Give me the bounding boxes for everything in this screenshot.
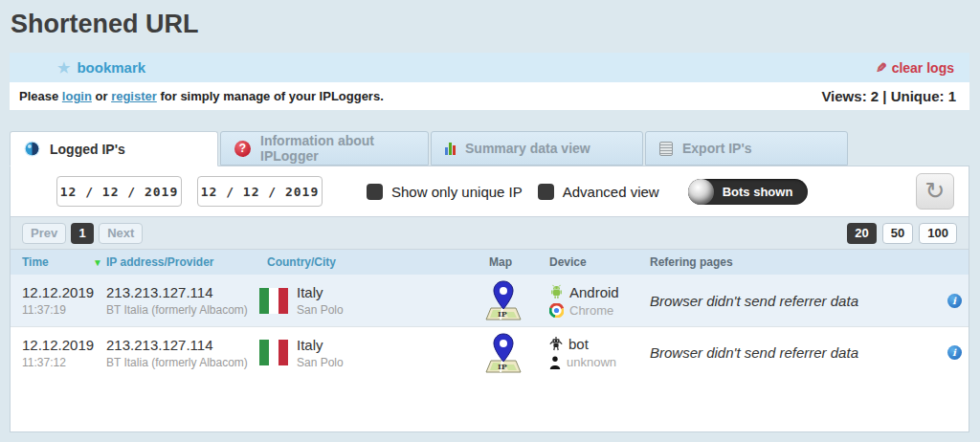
column-header-device: Device <box>538 255 638 269</box>
column-header-country: Country/City <box>257 255 478 269</box>
city: San Polo <box>297 303 344 317</box>
provider: BT Italia (formerly Albacom) <box>106 303 257 317</box>
login-link[interactable]: login <box>62 89 92 103</box>
device-name: Android <box>569 284 619 300</box>
page: Shortened URL ★ bookmark ✎ clear logs Pl… <box>0 0 980 432</box>
current-page-button[interactable]: 1 <box>71 223 94 244</box>
page-title: Shortened URL <box>10 0 969 53</box>
column-header-time[interactable]: Time ▼ <box>11 255 106 269</box>
per-page-group: 20 50 100 <box>847 223 957 244</box>
svg-text:IP: IP <box>498 309 507 319</box>
help-icon: ? <box>234 141 251 157</box>
device-name: bot <box>568 336 589 352</box>
tab-label: Export IP's <box>682 141 752 156</box>
tab-bar: Logged IP's ? Information about IPLogger… <box>10 131 969 166</box>
column-header-ip: IP address/Provider <box>106 255 257 269</box>
time-cell: 12.12.2019 11:37:19 <box>11 284 106 317</box>
country-cell: Italy San Polo <box>257 284 478 317</box>
logged-ips-panel: Show only unique IP Advanced view Bots s… <box>10 166 969 432</box>
log-date: 12.12.2019 <box>22 284 106 300</box>
browser-name: unknown <box>567 355 616 369</box>
table-row: 12.12.2019 11:37:19 213.213.127.114 BT I… <box>11 275 969 326</box>
ip-address: 213.213.127.114 <box>106 284 257 300</box>
pencil-icon: ✎ <box>876 60 887 76</box>
bar-chart-icon <box>445 143 456 155</box>
tab-summary[interactable]: Summary data view <box>431 131 643 166</box>
clear-logs-link[interactable]: ✎ clear logs <box>876 60 954 76</box>
info-cell: i <box>940 345 969 360</box>
show-unique-checkbox[interactable] <box>367 184 383 200</box>
date-from-input[interactable] <box>56 176 182 207</box>
ip-cell: 213.213.127.114 BT Italia (formerly Alba… <box>106 337 257 369</box>
table-row: 12.12.2019 11:37:12 213.213.127.114 BT I… <box>11 326 969 378</box>
bots-shown-toggle[interactable]: Bots shown <box>688 179 809 205</box>
map-pin-icon[interactable]: IP <box>485 280 522 320</box>
provider: BT Italia (formerly Albacom) <box>106 356 257 369</box>
export-document-icon <box>659 142 673 156</box>
time-header-label: Time <box>22 255 49 269</box>
chrome-icon <box>549 303 564 318</box>
column-header-referring: Refering pages <box>638 255 940 269</box>
ip-address: 213.213.127.114 <box>106 337 257 353</box>
bookmark-link[interactable]: ★ bookmark <box>57 59 145 77</box>
log-time: 11:37:12 <box>22 356 106 369</box>
clear-logs-label: clear logs <box>892 60 954 76</box>
device-cell: Android Chrome <box>538 284 638 318</box>
map-cell: IP <box>478 333 538 373</box>
toggle-knob-icon <box>688 179 714 205</box>
tab-logged-ips[interactable]: Logged IP's <box>10 131 218 166</box>
filter-row: Show only unique IP Advanced view Bots s… <box>11 166 969 216</box>
notice-or: or <box>96 89 108 103</box>
country: Italy <box>297 337 344 353</box>
android-icon <box>549 284 564 299</box>
referrer-cell: Browser didn't send referrer data <box>638 293 940 309</box>
country: Italy <box>297 284 344 300</box>
map-pin-icon[interactable]: IP <box>485 333 522 373</box>
log-time: 11:37:19 <box>22 303 106 317</box>
bot-icon <box>549 337 563 351</box>
notice-text: Please login or register for simply mana… <box>19 89 384 103</box>
register-link[interactable]: register <box>111 89 157 103</box>
column-header-map: Map <box>478 255 538 269</box>
country-cell: Italy San Polo <box>257 337 478 369</box>
log-date: 12.12.2019 <box>22 337 106 353</box>
sort-desc-icon: ▼ <box>93 257 102 268</box>
tab-export[interactable]: Export IP's <box>645 131 848 166</box>
per-page-50-button[interactable]: 50 <box>882 223 913 244</box>
ip-cell: 213.213.127.114 BT Italia (formerly Alba… <box>106 284 257 317</box>
tab-information[interactable]: ? Information about IPLogger <box>220 131 429 166</box>
device-cell: bot unknown <box>538 336 638 369</box>
info-icon[interactable]: i <box>947 294 962 308</box>
refresh-button[interactable]: ↻ <box>916 173 954 210</box>
italy-flag-icon <box>259 340 288 365</box>
refresh-icon: ↻ <box>925 177 946 205</box>
referrer-cell: Browser didn't send referrer data <box>638 344 940 361</box>
svg-text:IP: IP <box>498 362 507 371</box>
italy-flag-icon <box>259 288 288 314</box>
map-cell: IP <box>478 280 538 320</box>
table-header: Time ▼ IP address/Provider Country/City … <box>11 250 969 275</box>
pagination-bar: Prev 1 Next 20 50 100 <box>11 216 969 250</box>
bookmark-star-icon: ★ <box>57 59 70 77</box>
per-page-20-button[interactable]: 20 <box>847 223 876 244</box>
logged-ips-icon <box>24 141 40 157</box>
advanced-view-checkbox[interactable] <box>538 184 554 200</box>
notice-suffix: for simply manage of your IPLoggers. <box>160 89 383 103</box>
actions-bar: ★ bookmark ✎ clear logs <box>10 53 969 82</box>
next-button[interactable]: Next <box>99 223 143 244</box>
bots-toggle-label: Bots shown <box>723 185 793 199</box>
advanced-view-label: Advanced view <box>563 184 659 200</box>
browser-name: Chrome <box>569 303 613 318</box>
info-icon[interactable]: i <box>947 345 962 360</box>
show-unique-label: Show only unique IP <box>391 184 523 200</box>
per-page-100-button[interactable]: 100 <box>919 223 957 244</box>
tab-label: Summary data view <box>465 141 590 156</box>
date-to-input[interactable] <box>197 176 323 207</box>
views-stats: Views: 2 | Unique: 1 <box>821 88 956 104</box>
time-cell: 12.12.2019 11:37:12 <box>11 337 106 369</box>
unknown-person-icon <box>549 356 561 369</box>
info-cell: i <box>940 294 969 308</box>
prev-button[interactable]: Prev <box>22 223 66 244</box>
notice-prefix: Please <box>19 89 58 103</box>
tab-label: Information about IPLogger <box>260 133 428 164</box>
